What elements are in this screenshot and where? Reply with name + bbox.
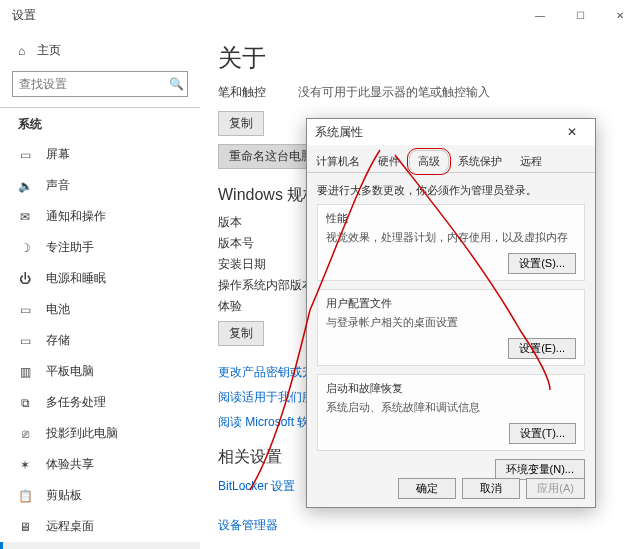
admin-note: 要进行大多数更改，你必须作为管理员登录。 — [317, 183, 585, 198]
window-close-button[interactable]: ✕ — [600, 0, 640, 30]
nav-icon: ▭ — [18, 148, 32, 162]
sidebar-item-5[interactable]: ▭电池 — [0, 294, 200, 325]
user-profile-settings-button[interactable]: 设置(E)... — [508, 338, 576, 359]
nav-label: 远程桌面 — [46, 518, 94, 535]
search-input-wrapper[interactable]: 🔍 — [12, 71, 188, 97]
performance-group: 性能 视觉效果，处理器计划，内存使用，以及虚拟内存 设置(S)... — [317, 204, 585, 281]
sidebar-item-7[interactable]: ▥平板电脑 — [0, 356, 200, 387]
search-input[interactable] — [19, 77, 169, 91]
nav-label: 剪贴板 — [46, 487, 82, 504]
dialog-tabs: 计算机名硬件高级系统保护远程 — [307, 145, 595, 173]
sidebar: ⌂ 主页 🔍 系统 ▭屏幕🔈声音✉通知和操作☽专注助手⏻电源和睡眠▭电池▭存储▥… — [0, 30, 200, 549]
nav-icon: ⧉ — [18, 396, 32, 410]
sidebar-item-1[interactable]: 🔈声音 — [0, 170, 200, 201]
sidebar-item-8[interactable]: ⧉多任务处理 — [0, 387, 200, 418]
window-titlebar: 设置 — ☐ ✕ — [0, 0, 640, 30]
startup-recovery-title: 启动和故障恢复 — [326, 381, 576, 396]
search-icon: 🔍 — [169, 77, 184, 91]
nav-label: 通知和操作 — [46, 208, 106, 225]
nav-icon: 🔈 — [18, 179, 32, 193]
sidebar-item-11[interactable]: 📋剪贴板 — [0, 480, 200, 511]
sidebar-item-3[interactable]: ☽专注助手 — [0, 232, 200, 263]
nav-icon: ☽ — [18, 241, 32, 255]
dialog-tab-4[interactable]: 远程 — [511, 150, 551, 173]
window-maximize-button[interactable]: ☐ — [560, 0, 600, 30]
nav-icon: ✶ — [18, 458, 32, 472]
sidebar-item-0[interactable]: ▭屏幕 — [0, 139, 200, 170]
nav-label: 声音 — [46, 177, 70, 194]
nav-label: 电源和睡眠 — [46, 270, 106, 287]
dialog-ok-button[interactable]: 确定 — [398, 478, 456, 499]
dialog-apply-button[interactable]: 应用(A) — [526, 478, 585, 499]
dialog-title: 系统属性 — [315, 124, 557, 141]
nav-icon: ▥ — [18, 365, 32, 379]
user-profile-group: 用户配置文件 与登录帐户相关的桌面设置 设置(E)... — [317, 289, 585, 366]
nav-icon: ▭ — [18, 334, 32, 348]
nav-icon: ▭ — [18, 303, 32, 317]
section-heading: 系统 — [0, 107, 200, 139]
environment-variables-button[interactable]: 环境变量(N)... — [495, 459, 585, 480]
nav-label: 专注助手 — [46, 239, 94, 256]
page-title: 关于 — [218, 42, 622, 74]
nav-icon: ✉ — [18, 210, 32, 224]
home-icon: ⌂ — [18, 44, 25, 58]
dialog-tab-3[interactable]: 系统保护 — [449, 150, 511, 173]
dialog-cancel-button[interactable]: 取消 — [462, 478, 520, 499]
copy-button-1[interactable]: 复制 — [218, 111, 264, 136]
sidebar-item-9[interactable]: ⎚投影到此电脑 — [0, 418, 200, 449]
startup-recovery-group: 启动和故障恢复 系统启动、系统故障和调试信息 设置(T)... — [317, 374, 585, 451]
nav-label: 电池 — [46, 301, 70, 318]
sidebar-item-4[interactable]: ⏻电源和睡眠 — [0, 263, 200, 294]
nav-icon: 🖥 — [18, 520, 32, 534]
system-properties-dialog: 系统属性 ✕ 计算机名硬件高级系统保护远程 要进行大多数更改，你必须作为管理员登… — [306, 118, 596, 508]
window-title: 设置 — [12, 7, 520, 24]
sidebar-item-2[interactable]: ✉通知和操作 — [0, 201, 200, 232]
nav-icon: ⎚ — [18, 427, 32, 441]
sidebar-item-13[interactable]: ⓘ关于 — [0, 542, 200, 549]
nav-label: 多任务处理 — [46, 394, 106, 411]
sidebar-item-12[interactable]: 🖥远程桌面 — [0, 511, 200, 542]
home-link[interactable]: ⌂ 主页 — [0, 36, 200, 65]
performance-title: 性能 — [326, 211, 576, 226]
nav-label: 存储 — [46, 332, 70, 349]
nav-icon: ⏻ — [18, 272, 32, 286]
nav-label: 投影到此电脑 — [46, 425, 118, 442]
dialog-tab-0[interactable]: 计算机名 — [307, 150, 369, 173]
window-minimize-button[interactable]: — — [520, 0, 560, 30]
nav-label: 平板电脑 — [46, 363, 94, 380]
user-profile-title: 用户配置文件 — [326, 296, 576, 311]
sidebar-item-10[interactable]: ✶体验共享 — [0, 449, 200, 480]
nav-label: 屏幕 — [46, 146, 70, 163]
dialog-tab-2[interactable]: 高级 — [409, 150, 449, 173]
performance-settings-button[interactable]: 设置(S)... — [508, 253, 576, 274]
user-profile-desc: 与登录帐户相关的桌面设置 — [326, 315, 576, 330]
startup-recovery-desc: 系统启动、系统故障和调试信息 — [326, 400, 576, 415]
nav-label: 体验共享 — [46, 456, 94, 473]
copy-button-2[interactable]: 复制 — [218, 321, 264, 346]
home-label: 主页 — [37, 42, 61, 59]
dialog-tab-1[interactable]: 硬件 — [369, 150, 409, 173]
nav-icon: 📋 — [18, 489, 32, 503]
performance-desc: 视觉效果，处理器计划，内存使用，以及虚拟内存 — [326, 230, 576, 245]
pen-touch-value: 没有可用于此显示器的笔或触控输入 — [298, 84, 490, 101]
sidebar-item-6[interactable]: ▭存储 — [0, 325, 200, 356]
pen-touch-label: 笔和触控 — [218, 84, 298, 101]
dialog-close-button[interactable]: ✕ — [557, 125, 587, 139]
related-link[interactable]: 设备管理器 — [218, 513, 622, 538]
startup-recovery-settings-button[interactable]: 设置(T)... — [509, 423, 576, 444]
nav-list: ▭屏幕🔈声音✉通知和操作☽专注助手⏻电源和睡眠▭电池▭存储▥平板电脑⧉多任务处理… — [0, 139, 200, 549]
